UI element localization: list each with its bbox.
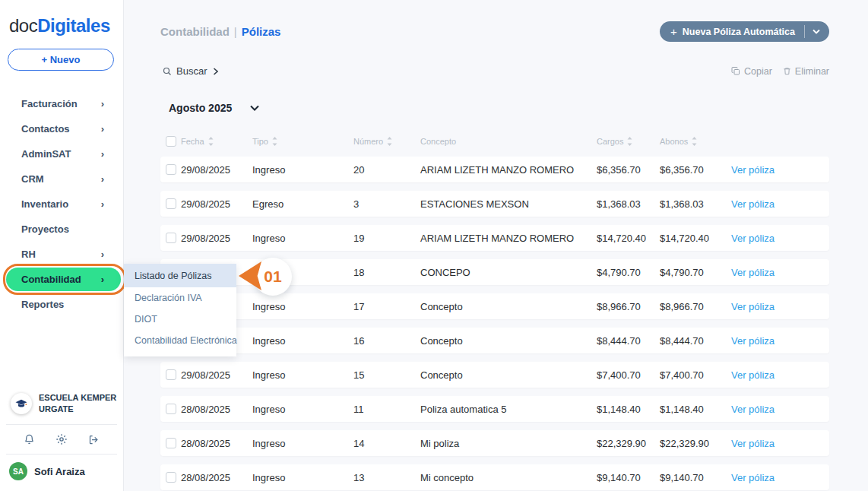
row-checkbox[interactable] — [166, 404, 176, 414]
table-row[interactable]: 28/08/2025 Ingreso 11 Poliza automatica … — [160, 396, 829, 422]
cell-cargos: $22,329.90 — [597, 438, 660, 449]
cell-abonos: $8,966.70 — [660, 301, 731, 312]
row-checkbox[interactable] — [166, 198, 176, 209]
sidebar-nav-item-label: Proyectos — [21, 223, 69, 235]
submenu-item[interactable]: Contabilidad Electrónica — [124, 330, 236, 351]
column-header-label: Número — [353, 137, 383, 146]
view-policy-link[interactable]: Ver póliza — [731, 198, 829, 210]
cell-fecha: 29/08/2025 — [181, 369, 252, 381]
view-policy-link[interactable]: Ver póliza — [731, 472, 829, 483]
cell-numero: 3 — [353, 198, 420, 210]
table-row[interactable]: 29/08/2025 Ingreso 19 ARIAM LIZETH MANZO… — [160, 225, 829, 251]
column-header[interactable]: Fecha — [181, 137, 252, 146]
table-row[interactable]: 29/08/2025 Ingreso 15 Concepto $7,400.70… — [160, 362, 829, 388]
view-policy-link[interactable]: Ver póliza — [731, 335, 829, 347]
table-row[interactable]: 29/08/2025 Ingreso 20 ARIAM LIZETH MANZO… — [160, 157, 829, 182]
view-policy-link[interactable]: Ver póliza — [731, 164, 829, 176]
brand-logo: docDigitales — [0, 0, 123, 36]
column-header[interactable]: Número — [353, 137, 420, 146]
select-all-checkbox[interactable] — [166, 136, 176, 147]
cell-cargos: $8,966.70 — [597, 301, 660, 312]
sort-icon[interactable] — [387, 137, 392, 146]
cell-cargos: $14,720.40 — [597, 233, 660, 244]
view-policy-link[interactable]: Ver póliza — [731, 301, 829, 312]
user-avatar: SA — [9, 462, 27, 480]
cell-tipo: Egreso — [252, 198, 353, 210]
month-filter[interactable]: Agosto 2025 — [169, 102, 829, 114]
row-checkbox[interactable] — [166, 369, 176, 380]
cell-tipo: Ingreso — [252, 301, 353, 312]
table-row[interactable]: 28/08/2025 Ingreso 14 Mi poliza $22,329.… — [160, 430, 829, 456]
sidebar-nav-item[interactable]: Inventario › — [0, 192, 123, 217]
column-header[interactable]: Tipo — [252, 137, 353, 146]
cell-concepto: ARIAM LIZETH MANZO ROMERO — [420, 233, 597, 244]
cell-tipo: Ingreso — [252, 335, 353, 347]
table-row[interactable]: 29/08/2025 Ingreso 16 Concepto $8,444.70… — [160, 328, 829, 353]
table-row[interactable]: 28/08/2025 Ingreso 13 Mi concepto $9,140… — [160, 464, 829, 490]
sidebar-nav-item[interactable]: RH › — [0, 242, 123, 267]
submenu-item-label: Declaración IVA — [135, 293, 202, 303]
main-content: Contabilidad|Pólizas + Nueva Póliza Auto… — [124, 0, 868, 491]
cell-cargos: $1,148.40 — [597, 404, 660, 415]
view-policy-link[interactable]: Ver póliza — [731, 438, 829, 449]
sidebar-quick-actions — [0, 425, 123, 454]
view-policy-link[interactable]: Ver póliza — [731, 267, 829, 278]
settings-gear-icon[interactable] — [55, 433, 68, 445]
new-button[interactable]: + Nuevo — [8, 49, 114, 71]
column-header[interactable]: Cargos — [597, 137, 660, 146]
view-policy-link[interactable]: Ver póliza — [731, 369, 829, 381]
cell-concepto: Concepto — [420, 335, 597, 347]
view-policy-link[interactable]: Ver póliza — [731, 233, 829, 244]
sidebar-nav-item[interactable]: Facturación › — [0, 91, 123, 116]
cell-fecha: 28/08/2025 — [181, 404, 252, 415]
submenu-item[interactable]: Listado de Pólizas — [124, 264, 236, 287]
delete-button[interactable]: Eliminar — [783, 66, 829, 77]
view-policy-link[interactable]: Ver póliza — [731, 404, 829, 415]
search-icon — [163, 67, 172, 76]
sidebar-nav-item[interactable]: Reportes › — [0, 292, 123, 317]
chevron-down-icon[interactable] — [250, 105, 259, 111]
new-policy-button[interactable]: + Nueva Póliza Automática — [660, 21, 829, 42]
row-checkbox[interactable] — [166, 472, 176, 483]
cell-concepto: ESTACIONES MEXSON — [420, 198, 597, 210]
copy-button[interactable]: Copiar — [731, 66, 772, 77]
sidebar-nav-item[interactable]: Contactos › — [0, 116, 123, 141]
row-checkbox[interactable] — [166, 233, 176, 243]
user-name: Sofi Araiza — [34, 466, 85, 477]
sort-icon[interactable] — [208, 137, 214, 146]
cell-concepto: Poliza automatica 5 — [420, 404, 597, 415]
notifications-bell-icon[interactable] — [24, 433, 35, 445]
cell-abonos: $1,368.03 — [660, 198, 731, 210]
sort-icon[interactable] — [272, 137, 277, 146]
new-policy-button-label: Nueva Póliza Automática — [683, 27, 795, 37]
new-policy-dropdown-toggle[interactable] — [805, 29, 829, 34]
row-checkbox[interactable] — [166, 438, 176, 448]
company-account[interactable]: ESCUELA KEMPER URGATE — [0, 385, 123, 424]
column-header[interactable]: Abonos — [660, 137, 731, 146]
logout-icon[interactable] — [88, 434, 100, 445]
copy-icon — [731, 66, 740, 76]
column-header[interactable]: Concepto — [420, 137, 597, 146]
chevron-right-icon — [213, 68, 218, 75]
chevron-right-icon: › — [101, 149, 104, 159]
submenu-item[interactable]: Declaración IVA — [124, 287, 236, 309]
search-button[interactable]: Buscar — [163, 65, 218, 77]
sidebar-nav-item[interactable]: Contabilidad › — [0, 267, 123, 292]
sidebar-nav-item[interactable]: CRM › — [0, 166, 123, 192]
cell-numero: 20 — [353, 164, 420, 176]
sort-icon[interactable] — [692, 137, 697, 146]
user-profile[interactable]: SA Sofi Araiza — [0, 455, 123, 491]
row-checkbox[interactable] — [166, 164, 176, 175]
chevron-right-icon: › — [101, 199, 104, 209]
selection-actions: Copiar Eliminar — [731, 66, 829, 77]
cell-numero: 16 — [353, 335, 420, 347]
sidebar-nav-item[interactable]: Proyectos › — [0, 217, 123, 242]
submenu-item[interactable]: DIOT — [124, 309, 236, 330]
sort-icon[interactable] — [627, 137, 632, 146]
sidebar-nav-item-label: Facturación — [21, 98, 78, 109]
sidebar-nav-item[interactable]: AdminSAT › — [0, 141, 123, 166]
table-row[interactable]: 29/08/2025 Egreso 3 ESTACIONES MEXSON $1… — [160, 191, 829, 217]
sidebar-nav: Facturación › Contactos › AdminSAT › — [0, 91, 123, 317]
cell-concepto: ARIAM LIZETH MANZO ROMERO — [420, 164, 597, 176]
table-row[interactable]: 29/08/2025 Ingreso 17 Concepto $8,966.70… — [160, 293, 829, 319]
